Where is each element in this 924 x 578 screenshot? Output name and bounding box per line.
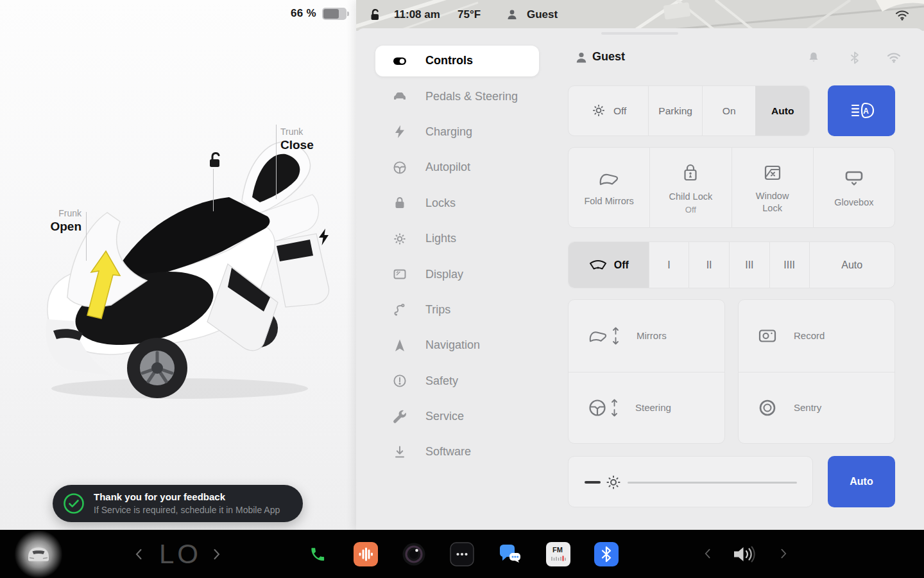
brightness-row: Auto: [568, 456, 895, 507]
headlights-on-segment[interactable]: On: [702, 86, 756, 136]
sidebar-item-label: Navigation: [425, 338, 480, 352]
sidebar-item-trips[interactable]: Trips: [375, 292, 539, 328]
wipers-off-segment[interactable]: Off: [569, 242, 649, 288]
segment-label: II: [706, 259, 712, 271]
toast-subtitle: If Service is required, schedule it in M…: [94, 504, 280, 516]
segment-label: IIII: [783, 259, 795, 271]
steering-adjust-button[interactable]: Steering: [569, 372, 724, 444]
fold-mirrors-button[interactable]: Fold Mirrors: [569, 148, 649, 227]
temp-decrease-chevron[interactable]: [135, 548, 142, 561]
glovebox-button[interactable]: Glovebox: [813, 148, 894, 227]
clock: 11:08 am: [394, 8, 440, 21]
up-down-arrows-icon: [610, 398, 619, 417]
feedback-toast: Thank you for your feedback If Service i…: [53, 485, 303, 522]
status-bar: 11:08 am 75°F Guest: [356, 0, 924, 29]
adjust-left-card: Mirrors: [568, 299, 725, 444]
notifications-bell-icon[interactable]: [807, 51, 821, 65]
sidebar-item-software[interactable]: Software: [375, 434, 539, 469]
sidebar-item-charging[interactable]: Charging: [375, 114, 539, 150]
audio-player-app-icon[interactable]: [354, 542, 378, 566]
quick-button-label: Window Lock: [745, 190, 800, 213]
volume-icon[interactable]: [732, 543, 757, 565]
person-icon: [574, 51, 588, 65]
frunk-open-button[interactable]: Open: [46, 219, 81, 235]
wipers-2-segment[interactable]: II: [689, 242, 729, 288]
vehicle-unlocked-icon: [368, 0, 382, 29]
sidebar-item-autopilot[interactable]: Autopilot: [375, 150, 539, 185]
window-lock-icon: [763, 164, 782, 182]
sun-icon: [392, 231, 407, 247]
frunk-title: Frunk: [46, 207, 81, 219]
wipers-4-segment[interactable]: IIII: [769, 242, 809, 288]
success-check-icon: [63, 493, 85, 514]
volume-down-chevron[interactable]: [704, 548, 712, 561]
sidebar-item-display[interactable]: Display: [375, 256, 539, 292]
messages-app-icon[interactable]: [498, 542, 522, 566]
sidebar-item-label: Display: [425, 268, 463, 281]
auto-button-label: Auto: [850, 476, 873, 487]
segment-label: Auto: [841, 259, 862, 271]
wipers-1-segment[interactable]: I: [649, 242, 689, 288]
driver-profile-name[interactable]: Guest: [592, 50, 625, 64]
trunk-close-button[interactable]: Close: [280, 137, 314, 153]
bluetooth-icon[interactable]: [848, 51, 862, 65]
sidebar-item-safety[interactable]: Safety: [375, 363, 539, 399]
frunk-label: Frunk Open: [46, 207, 81, 235]
brightness-auto-button[interactable]: Auto: [828, 456, 895, 507]
window-lock-button[interactable]: Window Lock: [732, 148, 813, 227]
sidebar-item-label: Controls: [425, 54, 473, 67]
controls-menu: Controls Pedals & Steering Charging: [375, 43, 539, 470]
segment-label: III: [745, 259, 753, 271]
map-strip: 11:08 am 75°F Guest: [356, 0, 924, 31]
camera-record-icon: [758, 328, 777, 344]
charge-port-icon[interactable]: [318, 228, 330, 246]
profile-name[interactable]: Guest: [527, 8, 558, 21]
controls-panel: 11:08 am 75°F Guest: [356, 0, 924, 530]
sidebar-item-lights[interactable]: Lights: [375, 221, 539, 256]
profile-icon: [506, 0, 518, 29]
unlock-icon[interactable]: [205, 150, 224, 169]
headlights-auto-segment[interactable]: Auto: [755, 86, 809, 136]
sidebar-item-service[interactable]: Service: [375, 399, 539, 434]
sidebar-item-label: Trips: [425, 303, 450, 317]
side-mirror-icon: [598, 170, 620, 187]
sidebar-item-label: Pedals & Steering: [425, 90, 518, 103]
sidebar-item-pedals-steering[interactable]: Pedals & Steering: [375, 78, 539, 114]
adjust-button-label: Steering: [635, 402, 671, 413]
headlights-parking-segment[interactable]: Parking: [648, 86, 702, 136]
lock-callout-line: [213, 169, 214, 211]
car-render: [16, 119, 337, 408]
brightness-sun-icon[interactable]: [604, 473, 622, 491]
auto-highbeam-button[interactable]: A: [828, 85, 895, 136]
phone-app-icon[interactable]: [305, 542, 330, 566]
camera-app-icon[interactable]: [402, 542, 426, 566]
quick-button-label: Glovebox: [834, 197, 873, 208]
headlights-off-segment[interactable]: Off: [569, 86, 648, 136]
fm-radio-app-icon[interactable]: FM: [546, 542, 570, 566]
headlights-row: Off Parking On Auto: [568, 85, 895, 136]
more-apps-icon[interactable]: [450, 542, 474, 566]
climate-temperature[interactable]: LO: [157, 539, 204, 570]
tesla-controls-screen: 66 %: [0, 0, 924, 578]
brightness-slider[interactable]: [568, 456, 813, 507]
temp-increase-chevron[interactable]: [213, 548, 221, 561]
sidebar-item-controls[interactable]: Controls: [375, 46, 539, 76]
wipers-3-segment[interactable]: III: [729, 242, 769, 288]
car-app-button[interactable]: [23, 541, 54, 567]
adjust-button-label: Mirrors: [637, 330, 667, 341]
sidebar-item-label: Locks: [425, 197, 456, 210]
wipers-auto-segment[interactable]: Auto: [809, 242, 894, 288]
brightness-track[interactable]: [628, 482, 797, 484]
child-lock-button[interactable]: Child Lock Off: [649, 148, 731, 227]
headlamp-auto-icon: A: [848, 100, 876, 122]
wifi-status-icon[interactable]: [886, 51, 900, 65]
record-button[interactable]: Record: [739, 300, 894, 372]
sidebar-item-navigation[interactable]: Navigation: [375, 328, 539, 363]
sidebar-item-locks[interactable]: Locks: [375, 186, 539, 221]
bluetooth-app-icon[interactable]: [594, 542, 619, 566]
mirrors-adjust-button[interactable]: Mirrors: [569, 300, 724, 372]
controls-content: Guest: [568, 28, 895, 530]
sentry-button[interactable]: Sentry: [739, 372, 894, 444]
volume-up-chevron[interactable]: [780, 548, 788, 561]
car-3d-illustration: [16, 119, 337, 408]
